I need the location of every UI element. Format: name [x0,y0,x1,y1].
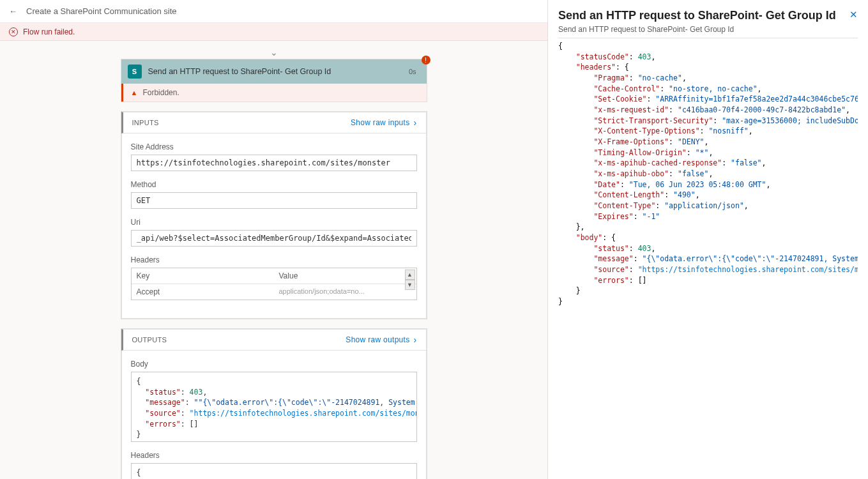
inputs-card: INPUTS Show raw inputs › Site Address Me… [121,111,427,319]
details-panel: Send an HTTP request to SharePoint- Get … [547,0,868,479]
action-card[interactable]: S Send an HTTP request to SharePoint- Ge… [121,59,427,102]
outputs-card: OUTPUTS Show raw outputs › Body { "statu… [121,328,427,479]
outputs-header: OUTPUTS Show raw outputs › [121,329,427,351]
sharepoint-icon: S [128,65,142,79]
inputs-header-label: INPUTS [132,119,159,126]
action-title: Send an HTTP request to SharePoint- Get … [148,67,409,76]
topbar: ← Create a SharePoint Communication site [0,0,547,23]
body-label: Body [131,360,417,369]
flow-canvas[interactable]: ⌄ S Send an HTTP request to SharePoint- … [0,41,547,479]
outputs-header-label: OUTPUTS [132,336,167,344]
uri-label: Uri [131,218,417,227]
headers-stepper[interactable]: ▲▼ [405,270,415,290]
connector-arrow-icon: ⌄ [0,47,547,57]
close-icon[interactable]: ✕ [849,9,858,20]
panel-title: Send an HTTP request to SharePoint- Get … [558,9,836,22]
site-address-label: Site Address [131,142,417,151]
chevron-right-icon: › [414,335,417,345]
headers-value-header: Value [274,268,416,284]
error-badge-icon: ! [422,56,430,65]
headers-label: Headers [131,255,417,264]
action-header[interactable]: S Send an HTTP request to SharePoint- Ge… [121,59,427,84]
chevron-down-icon[interactable]: ▼ [405,280,415,290]
inputs-header: INPUTS Show raw inputs › [121,112,427,133]
error-icon: ✕ [9,27,18,36]
chevron-right-icon: › [414,118,417,128]
uri-input[interactable] [131,230,417,247]
show-raw-inputs-link[interactable]: Show raw inputs › [351,118,417,128]
action-error-row: ▲ Forbidden. [121,84,427,102]
headers-value-cell: application/json;odata=no... [274,284,416,300]
error-bar: ✕ Flow run failed. [0,23,547,41]
site-address-input[interactable] [131,155,417,171]
panel-subtitle: Send an HTTP request to SharePoint- Get … [558,25,858,34]
headers-table: Key Value Accept application/json;odata=… [131,268,417,300]
panel-json[interactable]: { "statusCode": 403, "headers": { "Pragm… [558,38,858,474]
chevron-up-icon[interactable]: ▲ [405,270,415,280]
headers-json-box[interactable]: { "Pragma": "no-cache", "Cache-Control":… [131,463,417,479]
headers-key-cell: Accept [132,284,274,300]
page-title: Create a SharePoint Communication site [26,6,177,16]
warning-icon: ▲ [131,89,138,96]
body-json-box[interactable]: { "status": 403, "message": ""{\"odata.e… [131,372,417,442]
back-icon[interactable]: ← [9,6,17,16]
method-input[interactable] [131,192,417,209]
action-error-text: Forbidden. [142,88,179,97]
show-raw-outputs-link[interactable]: Show raw outputs › [346,335,416,345]
error-text: Flow run failed. [23,27,75,36]
output-headers-label: Headers [131,451,417,460]
headers-key-header: Key [132,268,274,284]
action-duration: 0s [409,68,416,75]
method-label: Method [131,180,417,189]
